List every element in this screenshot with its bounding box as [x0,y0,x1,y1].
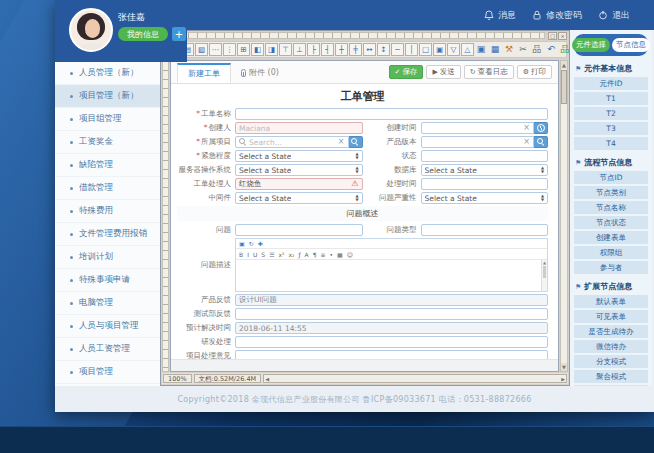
sidebar-item[interactable]: 人员管理（新） [55,62,165,85]
clear-icon[interactable]: × [338,138,345,146]
rt-tool-icon[interactable]: ¶ [313,251,317,258]
rt-tool-icon[interactable]: ✚ [258,240,263,247]
richtext-scroll-thumb[interactable] [543,266,546,278]
sidebar-item[interactable]: 培训计划 [55,246,165,269]
rightbar-item[interactable]: 可见表单 [574,310,648,323]
lookup-button[interactable] [349,136,363,148]
sidebar-item[interactable]: 特殊事项申请 [55,269,165,292]
handle-time-input[interactable] [421,178,549,190]
project-search-input[interactable]: Search...× [235,136,349,148]
scroll-down-icon[interactable]: ▼ [561,363,567,371]
same-height-icon[interactable]: ↕ [377,43,390,56]
anchor-right-icon[interactable]: ┤ [321,43,334,56]
richtext-scrollbar[interactable]: ▲ [541,260,547,291]
rightbar-item[interactable]: T4 [574,137,648,150]
undo-icon[interactable]: ↶ [545,43,557,56]
window-close-button[interactable]: × [558,32,567,40]
align-right-icon[interactable]: ◨ [265,43,278,56]
rightbar-item[interactable]: 创建表单 [574,231,648,244]
rt-tool-icon[interactable]: x₂ [288,251,294,258]
project-opinion-input[interactable] [235,350,548,359]
scroll-left-icon[interactable]: ◀ [265,375,269,382]
rightbar-item[interactable]: T2 [574,107,648,120]
same-width-icon[interactable]: ↔ [363,43,376,56]
problem-desc-editor[interactable]: ▣↻✚BIUS☰x²x₂ƒA¶≡•▦☺▲ [235,238,548,292]
box-icon[interactable]: □ [419,43,432,56]
view-grid-icon[interactable]: ▦ [489,43,501,56]
save-button[interactable]: ✓保存 [389,65,424,79]
sidebar-item[interactable]: 人员工资管理 [55,338,165,361]
save-icon[interactable]: ▣ [475,43,487,56]
urgency-select[interactable]: Select a State▲▼ [235,150,363,162]
up-icon[interactable]: △ [461,43,474,56]
node-info-toggle[interactable]: 节点信息 [612,38,650,52]
sidebar-item[interactable]: 人员与项目管理 [55,315,165,338]
estimated-time-input[interactable]: 2018-06-11 14:55 [235,322,548,334]
window-restore-button[interactable]: □ [548,32,557,40]
creator-input[interactable]: Maciana [235,122,363,134]
rightbar-item[interactable]: 微信待办 [574,340,648,353]
server-os-select[interactable]: Select a State▲▼ [235,164,363,176]
sidebar-item[interactable]: 电脑管理 [55,292,165,315]
send-button[interactable]: ▶发送 [426,65,460,79]
rt-tool-icon[interactable]: ↻ [249,240,254,247]
change-password-button[interactable]: 修改密码 [532,9,582,22]
logout-button[interactable]: 退出 [598,9,630,22]
rightbar-item[interactable]: 参与者 [574,261,648,274]
editor-horizontal-scrollbar[interactable]: ◀▶ [263,374,567,383]
ellipsis-icon[interactable]: ⋯ [209,43,222,56]
scrollbar-thumb[interactable] [561,70,567,104]
status-input[interactable] [421,150,549,162]
distribute-icon[interactable]: ╪ [349,43,362,56]
rt-tool-icon[interactable]: U [253,251,257,258]
sidebar-item[interactable]: 项目管理（新） [55,85,165,108]
flow-nodes-icon[interactable]: 品 [531,43,543,56]
view-log-button[interactable]: ↻查看日志 [464,65,514,79]
my-info-button[interactable]: 我的信息 [118,27,168,41]
problem-type-input[interactable] [421,224,549,236]
align-top-icon[interactable]: ⊤ [279,43,292,56]
add-icon[interactable]: ⊞ [237,43,250,56]
rightbar-item[interactable]: 节点名称 [574,201,648,214]
sidebar-item[interactable]: 特殊费用 [55,200,165,223]
sidebar-item[interactable]: 工资奖金 [55,131,165,154]
rightbar-item[interactable]: 默认表单 [574,295,648,308]
scroll-right-icon[interactable]: ▶ [561,375,565,382]
handler-input[interactable]: 红烧鱼⚠ [235,178,363,190]
rt-tool-icon[interactable]: ☺ [347,251,353,258]
rightbar-item[interactable]: 节点ID [574,171,648,184]
sidebar-item[interactable]: 缺陷管理 [55,154,165,177]
rt-tool-icon[interactable]: A [305,251,309,258]
sidebar-item[interactable]: 项目组管理 [55,108,165,131]
datetime-picker-button[interactable] [534,122,548,134]
sidebar-item[interactable]: 文件管理费用报销 [55,223,165,246]
add-button[interactable]: + [172,27,186,41]
rightbar-item[interactable]: 节点状态 [574,216,648,229]
down-icon[interactable]: ▽ [447,43,460,56]
create-time-picker[interactable]: × [421,122,535,134]
rightbar-item[interactable]: T1 [574,92,648,105]
center-icon[interactable]: ┼ [335,43,348,56]
lookup-button[interactable] [534,136,548,148]
cut-icon[interactable]: ✂ [517,43,529,56]
print-button[interactable]: ⚙打印 [517,65,552,79]
rt-tool-icon[interactable]: ▣ [239,240,245,247]
anchor-left-icon[interactable]: ├ [307,43,320,56]
rightbar-item[interactable]: T3 [574,122,648,135]
component-select-toggle[interactable]: 元件选择 [572,38,610,52]
sidebar-item[interactable]: 借款管理 [55,177,165,200]
hline-icon[interactable]: ─ [391,43,404,56]
rt-tool-icon[interactable]: • [330,251,334,258]
rightbar-item[interactable]: 元件ID [574,77,648,90]
vline-icon[interactable]: │ [405,43,418,56]
rt-tool-icon[interactable]: ☰ [269,251,274,258]
severity-select[interactable]: Select a State▲▼ [421,192,549,204]
database-select[interactable]: Select a State▲▼ [421,164,549,176]
rt-tool-icon[interactable]: ▦ [337,251,343,258]
build-icon[interactable]: ⚒ [503,43,515,56]
sidebar-item[interactable]: 项目管理 [55,361,165,384]
work-order-name-input[interactable] [235,108,548,120]
rt-tool-icon[interactable]: S [261,251,265,258]
more-icon[interactable]: ⋮ [223,43,236,56]
rt-tool-icon[interactable]: B [239,251,243,258]
